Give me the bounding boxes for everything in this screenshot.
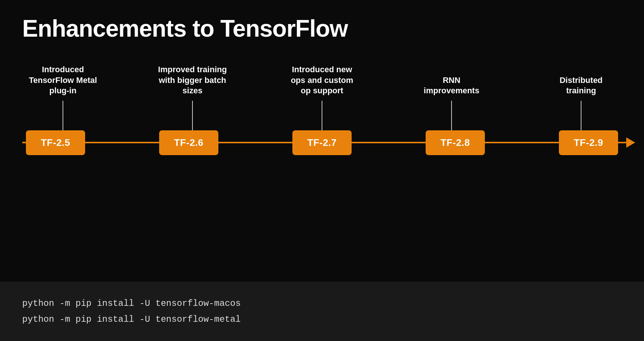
code-line-1: python -m pip install -U tensorflow-maco… [22, 295, 622, 311]
timeline-wrapper: Introduced TensorFlow Metal plug-in Impr… [22, 64, 622, 155]
page-title: Enhancements to TensorFlow [22, 15, 622, 42]
label-tf28: RNN improvements [415, 75, 489, 130]
node-tf25: TF-2.5 [26, 130, 85, 155]
nodes-row: TF-2.5 TF-2.6 TF-2.7 TF-2.8 TF-2.9 [22, 130, 622, 155]
label-tf25: Introduced TensorFlow Metal plug-in [26, 64, 100, 130]
code-line-2: python -m pip install -U tensorflow-meta… [22, 311, 622, 327]
connector-tf28 [451, 101, 452, 130]
node-tf27: TF-2.7 [292, 130, 352, 155]
label-tf27: Introduced new ops and custom op support [285, 64, 359, 130]
label-tf29-text: Distributed training [544, 75, 618, 96]
connector-tf25 [63, 101, 63, 130]
node-tf29: TF-2.9 [559, 130, 618, 155]
label-tf27-text: Introduced new ops and custom op support [285, 64, 359, 96]
label-tf28-text: RNN improvements [415, 75, 489, 96]
code-area: python -m pip install -U tensorflow-maco… [0, 282, 644, 341]
connector-tf29 [581, 101, 581, 130]
main-area: Enhancements to TensorFlow Introduced Te… [0, 0, 644, 282]
labels-row: Introduced TensorFlow Metal plug-in Impr… [22, 64, 622, 130]
node-tf28: TF-2.8 [426, 130, 485, 155]
label-tf25-text: Introduced TensorFlow Metal plug-in [26, 64, 100, 96]
label-tf26: Improved training with bigger batch size… [155, 64, 229, 130]
node-tf26: TF-2.6 [159, 130, 218, 155]
label-tf26-text: Improved training with bigger batch size… [155, 64, 229, 96]
label-tf29: Distributed training [544, 75, 618, 130]
connector-tf26 [192, 101, 193, 130]
connector-tf27 [322, 101, 322, 130]
